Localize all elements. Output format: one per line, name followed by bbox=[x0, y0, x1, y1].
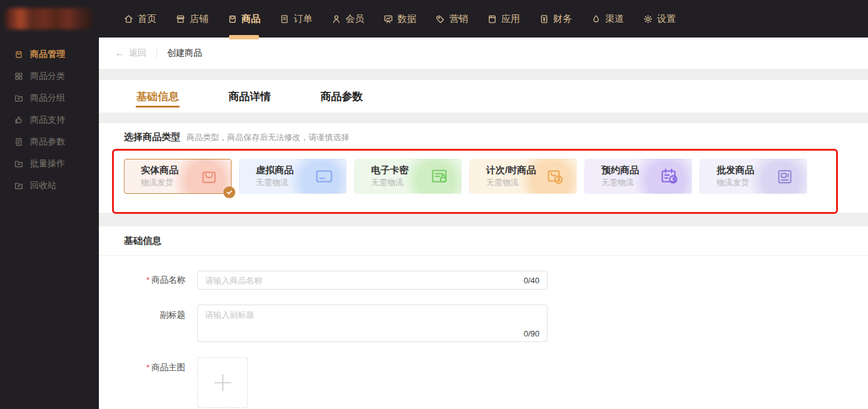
store-logo bbox=[5, 8, 93, 29]
nav-item-商品[interactable]: 商品 bbox=[226, 0, 262, 38]
back-label: 返回 bbox=[129, 48, 146, 59]
top-nav: 首页店铺商品订单会员数据营销应用财务渠道设置 bbox=[122, 0, 693, 38]
nav-item-会员[interactable]: 会员 bbox=[330, 0, 365, 38]
tab-label: 商品参数 bbox=[320, 89, 363, 104]
product-name-input[interactable] bbox=[205, 276, 518, 285]
sidebar-item-label: 商品支持 bbox=[30, 114, 65, 126]
nav-item-订单[interactable]: 订单 bbox=[278, 0, 314, 38]
form-row-product-name: *商品名称 0/40 bbox=[99, 271, 868, 290]
upload-plus-icon bbox=[210, 370, 235, 395]
settings-icon bbox=[643, 14, 653, 24]
sidebar-item-label: 商品分组 bbox=[30, 93, 65, 104]
nav-item-应用[interactable]: 应用 bbox=[486, 0, 521, 38]
like-icon bbox=[14, 115, 24, 125]
tabs-bar: 基础信息商品详情商品参数 bbox=[99, 80, 868, 113]
nav-active-underline bbox=[229, 35, 259, 39]
nav-item-label: 数据 bbox=[397, 13, 416, 25]
sidebar-item-label: 商品分类 bbox=[30, 71, 65, 82]
sidebar-item-回收站[interactable]: 回收站 bbox=[0, 174, 99, 196]
type-section-title: 选择商品类型 bbox=[124, 131, 180, 143]
back-button[interactable]: ← 返回 bbox=[115, 48, 146, 59]
member-icon bbox=[331, 14, 342, 24]
product-name-counter: 0/40 bbox=[524, 276, 539, 285]
tab-基础信息[interactable]: 基础信息 bbox=[136, 80, 179, 113]
nav-item-label: 首页 bbox=[138, 13, 156, 25]
product-type-card-实体商品[interactable]: 实体商品物流发货 bbox=[124, 159, 232, 194]
goods-icon bbox=[14, 49, 24, 59]
bag-icon bbox=[198, 166, 220, 187]
tab-label: 基础信息 bbox=[136, 89, 179, 104]
sidebar-item-商品分组[interactable]: 商品分组 bbox=[0, 87, 99, 109]
nav-item-label: 会员 bbox=[345, 13, 364, 25]
folder-icon bbox=[14, 93, 24, 103]
nav-item-label: 商品 bbox=[242, 13, 260, 25]
sidebar-item-商品分类[interactable]: 商品分类 bbox=[0, 65, 99, 87]
data-icon bbox=[383, 14, 394, 24]
virtual-card-icon bbox=[314, 166, 335, 187]
card-lock-icon bbox=[429, 166, 450, 187]
product-name-label: *商品名称 bbox=[99, 275, 185, 286]
product-type-cards: 实体商品物流发货虚拟商品无需物流电子卡密无需物流计次/时商品无需物流预约商品无需… bbox=[124, 159, 868, 194]
folder-icon bbox=[14, 181, 24, 191]
subtitle-counter: 0/90 bbox=[205, 330, 539, 339]
selected-check-badge bbox=[223, 186, 235, 198]
tab-商品参数[interactable]: 商品参数 bbox=[320, 80, 363, 113]
tab-active-underline bbox=[136, 106, 180, 108]
main-image-upload[interactable] bbox=[197, 357, 248, 408]
product-type-card-虚拟商品[interactable]: 虚拟商品无需物流 bbox=[239, 159, 347, 194]
nav-item-营销[interactable]: 营销 bbox=[434, 0, 469, 38]
marketing-icon bbox=[435, 14, 446, 24]
sidebar-item-label: 回收站 bbox=[30, 180, 56, 191]
nav-item-店铺[interactable]: 店铺 bbox=[174, 0, 210, 38]
tab-label: 商品详情 bbox=[228, 89, 271, 104]
nav-item-财务[interactable]: 财务 bbox=[538, 0, 573, 38]
subtitle-label: 副标题 bbox=[99, 305, 185, 342]
sidebar-item-商品管理[interactable]: 商品管理 bbox=[0, 43, 99, 65]
breadcrumb: ← 返回 创建商品 bbox=[99, 38, 868, 69]
clipboard-icon bbox=[774, 166, 795, 187]
nav-item-label: 营销 bbox=[449, 13, 468, 25]
type-section-note: 商品类型，商品保存后无法修改，请谨慎选择 bbox=[186, 132, 349, 143]
check-icon bbox=[226, 189, 233, 196]
sidebar-item-label: 商品管理 bbox=[30, 49, 65, 60]
product-type-card-预约商品[interactable]: 预约商品无需物流 bbox=[585, 159, 692, 194]
shop-icon bbox=[175, 14, 186, 24]
nav-item-label: 店铺 bbox=[190, 13, 208, 25]
home-icon bbox=[123, 14, 134, 24]
product-type-panel: 选择商品类型 商品类型，商品保存后无法修改，请谨慎选择 实体商品物流发货虚拟商品… bbox=[99, 123, 868, 213]
grid-icon bbox=[14, 71, 24, 81]
tab-商品详情[interactable]: 商品详情 bbox=[228, 80, 271, 113]
basic-section-title: 基础信息 bbox=[99, 235, 868, 247]
back-arrow-icon: ← bbox=[115, 48, 125, 58]
nav-item-设置[interactable]: 设置 bbox=[641, 0, 677, 38]
sidebar: 商品管理商品分类商品分组商品支持商品参数批量操作回收站 bbox=[0, 38, 99, 409]
sidebar-item-批量操作[interactable]: 批量操作 bbox=[0, 153, 99, 174]
product-type-card-计次/时商品[interactable]: 计次/时商品无需物流 bbox=[469, 159, 577, 194]
page-title: 创建商品 bbox=[167, 48, 202, 59]
sidebar-item-商品支持[interactable]: 商品支持 bbox=[0, 109, 99, 131]
calendar-clock-icon bbox=[659, 166, 680, 187]
finance-icon bbox=[539, 14, 549, 24]
apps-icon bbox=[487, 14, 498, 24]
top-bar: 首页店铺商品订单会员数据营销应用财务渠道设置 bbox=[0, 0, 868, 38]
sidebar-item-label: 批量操作 bbox=[30, 158, 65, 169]
sidebar-item-label: 商品参数 bbox=[30, 136, 65, 148]
nav-item-label: 设置 bbox=[657, 13, 676, 25]
nav-item-label: 财务 bbox=[553, 13, 572, 25]
nav-item-首页[interactable]: 首页 bbox=[122, 0, 158, 38]
nav-item-label: 订单 bbox=[294, 13, 312, 25]
order-icon bbox=[279, 14, 290, 24]
channel-icon bbox=[591, 14, 601, 24]
basic-info-panel: 基础信息 *商品名称 0/40 副标题 0/90 bbox=[99, 226, 868, 409]
main-image-label: *商品主图 bbox=[99, 357, 185, 408]
goods-icon bbox=[227, 14, 238, 24]
product-type-card-批发商品[interactable]: 批发商品物流发货 bbox=[700, 159, 807, 194]
nav-item-label: 渠道 bbox=[605, 13, 624, 25]
sidebar-item-商品参数[interactable]: 商品参数 bbox=[0, 131, 99, 153]
breadcrumb-divider bbox=[156, 49, 157, 58]
nav-item-渠道[interactable]: 渠道 bbox=[590, 0, 625, 38]
required-mark: * bbox=[146, 363, 150, 372]
subtitle-textarea[interactable] bbox=[205, 310, 539, 330]
nav-item-数据[interactable]: 数据 bbox=[382, 0, 417, 38]
product-type-card-电子卡密[interactable]: 电子卡密无需物流 bbox=[354, 159, 462, 194]
